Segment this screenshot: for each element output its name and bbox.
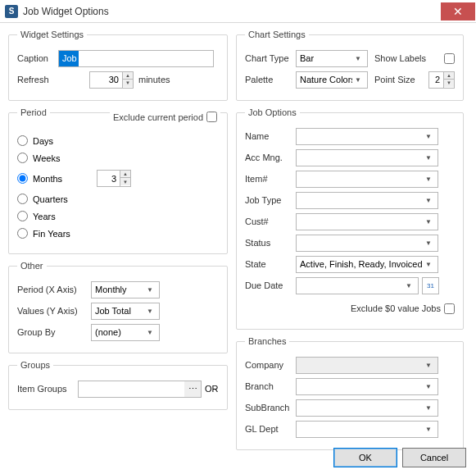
palette-label: Palette xyxy=(245,75,292,84)
radio-weeks-label: Weeks xyxy=(33,153,82,163)
groups-legend: Groups xyxy=(17,360,53,370)
sub-branch-label: SubBranch xyxy=(245,403,296,412)
calendar-icon[interactable] xyxy=(422,277,439,294)
chevron-down-icon: ▼ xyxy=(144,286,156,294)
caption-input[interactable] xyxy=(58,50,214,67)
radio-quarters-label: Quarters xyxy=(33,194,82,204)
cust-combo[interactable]: ▼ xyxy=(296,213,438,230)
name-combo[interactable]: ▼ xyxy=(296,128,438,145)
due-date-combo[interactable]: ▼ xyxy=(296,277,419,294)
group-by-combo[interactable]: (none)▼ xyxy=(91,324,160,341)
widget-settings-legend: Widget Settings xyxy=(17,30,87,39)
radio-fin-years[interactable] xyxy=(17,228,28,239)
item-label: Item# xyxy=(245,174,296,184)
radio-days[interactable] xyxy=(17,135,28,146)
chart-settings-legend: Chart Settings xyxy=(245,30,309,39)
item-groups-input[interactable] xyxy=(78,381,184,398)
radio-quarters[interactable] xyxy=(17,194,28,204)
status-label: Status xyxy=(245,238,296,248)
chevron-down-icon: ▼ xyxy=(403,282,415,289)
radio-years-label: Years xyxy=(33,212,82,221)
values-y-combo[interactable]: Job Total▼ xyxy=(91,303,160,320)
window-title: Job Widget Options xyxy=(23,6,441,17)
acc-mng-combo[interactable]: ▼ xyxy=(296,149,438,166)
other-group: Other Period (X Axis) Monthly▼ Values (Y… xyxy=(8,261,228,353)
cancel-button[interactable]: Cancel xyxy=(402,448,466,467)
widget-settings-group: Widget Settings Caption Refresh ▲▼ minut… xyxy=(8,30,228,101)
chevron-down-icon: ▼ xyxy=(352,55,364,62)
job-type-label: Job Type xyxy=(245,195,296,205)
chevron-down-icon: ▼ xyxy=(423,154,434,162)
name-label: Name xyxy=(245,131,296,141)
point-size-input[interactable] xyxy=(428,71,443,89)
state-combo[interactable]: Active, Finish, Ready, Invoiced▼ xyxy=(296,256,438,273)
point-size-spinner[interactable]: ▲▼ xyxy=(443,71,455,89)
values-y-label: Values (Y Axis) xyxy=(17,306,91,316)
other-legend: Other xyxy=(17,261,47,271)
chevron-down-icon: ▼ xyxy=(423,239,434,247)
item-groups-browse-button[interactable]: ⋯ xyxy=(184,381,202,398)
title-bar: S Job Widget Options ✕ xyxy=(0,0,476,23)
refresh-spinner[interactable]: ▲▼ xyxy=(122,71,134,89)
radio-months-label: Months xyxy=(33,174,82,184)
exclude-zero-label: Exclude $0 value Jobs xyxy=(351,303,441,313)
job-type-combo[interactable]: ▼ xyxy=(296,192,438,209)
branch-combo[interactable]: ▼ xyxy=(296,378,438,395)
branch-label: Branch xyxy=(245,381,296,391)
exclude-period-label: Exclude current period xyxy=(113,112,203,122)
months-input[interactable] xyxy=(97,170,120,187)
show-labels-label: Show Labels xyxy=(374,53,426,63)
chevron-down-icon: ▼ xyxy=(423,261,434,268)
chevron-down-icon: ▼ xyxy=(423,133,434,140)
point-size-label: Point Size xyxy=(374,75,415,84)
due-date-label: Due Date xyxy=(245,280,296,290)
job-options-legend: Job Options xyxy=(245,107,300,117)
gl-dept-combo[interactable]: ▼ xyxy=(296,421,438,438)
gl-dept-label: GL Dept xyxy=(245,424,296,434)
ok-button[interactable]: OK xyxy=(333,448,397,467)
radio-months[interactable] xyxy=(17,173,28,184)
radio-years[interactable] xyxy=(17,211,28,221)
chevron-down-icon: ▼ xyxy=(423,218,434,226)
chevron-down-icon: ▼ xyxy=(144,308,156,315)
company-combo: ▼ xyxy=(296,357,438,374)
refresh-unit: minutes xyxy=(138,75,170,84)
chart-settings-group: Chart Settings Chart Type Bar▼ Show Labe… xyxy=(236,30,464,101)
close-button[interactable]: ✕ xyxy=(441,2,475,21)
period-x-combo[interactable]: Monthly▼ xyxy=(91,281,160,299)
group-by-label: Group By xyxy=(17,327,91,337)
chevron-down-icon: ▼ xyxy=(352,76,364,84)
radio-weeks[interactable] xyxy=(17,153,28,163)
groups-group: Groups Item Groups ⋯ OR xyxy=(8,360,228,410)
refresh-label: Refresh xyxy=(17,75,58,84)
sub-branch-combo[interactable]: ▼ xyxy=(296,399,438,417)
or-label: OR xyxy=(205,384,219,394)
chart-type-combo[interactable]: Bar▼ xyxy=(296,50,368,67)
chevron-down-icon: ▼ xyxy=(423,362,434,369)
show-labels-checkbox[interactable] xyxy=(444,53,455,64)
company-label: Company xyxy=(245,360,296,370)
status-combo[interactable]: ▼ xyxy=(296,235,438,252)
chevron-down-icon: ▼ xyxy=(423,404,434,412)
refresh-input[interactable] xyxy=(89,71,122,89)
palette-combo[interactable]: Nature Colors▼ xyxy=(296,71,368,89)
months-spinner[interactable]: ▲▼ xyxy=(120,170,131,187)
caption-label: Caption xyxy=(17,53,58,63)
state-label: State xyxy=(245,259,296,269)
item-combo[interactable]: ▼ xyxy=(296,171,438,188)
job-options-group: Job Options Name▼ Acc Mng.▼ Item#▼ Job T… xyxy=(236,107,464,330)
app-icon: S xyxy=(5,5,18,18)
exclude-period-checkbox[interactable] xyxy=(206,112,217,122)
radio-days-label: Days xyxy=(33,136,82,146)
acc-mng-label: Acc Mng. xyxy=(245,153,296,162)
cust-label: Cust# xyxy=(245,216,296,226)
branches-group: Branches Company▼ Branch▼ SubBranch▼ GL … xyxy=(236,336,464,450)
chevron-down-icon: ▼ xyxy=(144,329,156,336)
radio-fin-years-label: Fin Years xyxy=(33,229,98,239)
exclude-zero-checkbox[interactable] xyxy=(444,303,455,314)
chevron-down-icon: ▼ xyxy=(423,175,434,183)
period-x-label: Period (X Axis) xyxy=(17,285,91,294)
period-legend: Period xyxy=(17,107,50,117)
chevron-down-icon: ▼ xyxy=(423,426,434,433)
chart-type-label: Chart Type xyxy=(245,53,292,63)
